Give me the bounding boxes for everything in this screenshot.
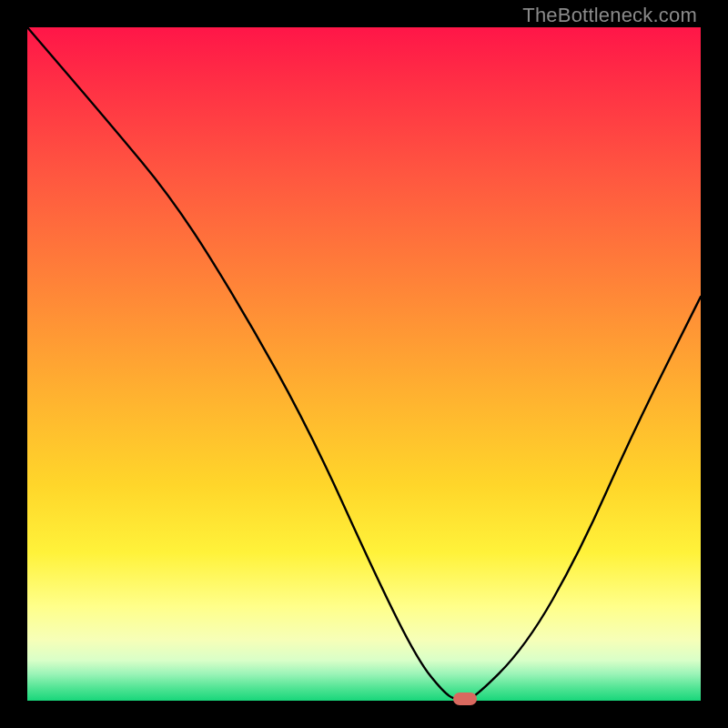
- watermark-text: TheBottleneck.com: [522, 4, 697, 27]
- chart-frame: TheBottleneck.com: [0, 0, 728, 728]
- optimal-marker: [453, 693, 477, 705]
- curve-path: [27, 27, 701, 701]
- plot-area: [27, 27, 701, 701]
- bottleneck-curve: [27, 27, 701, 701]
